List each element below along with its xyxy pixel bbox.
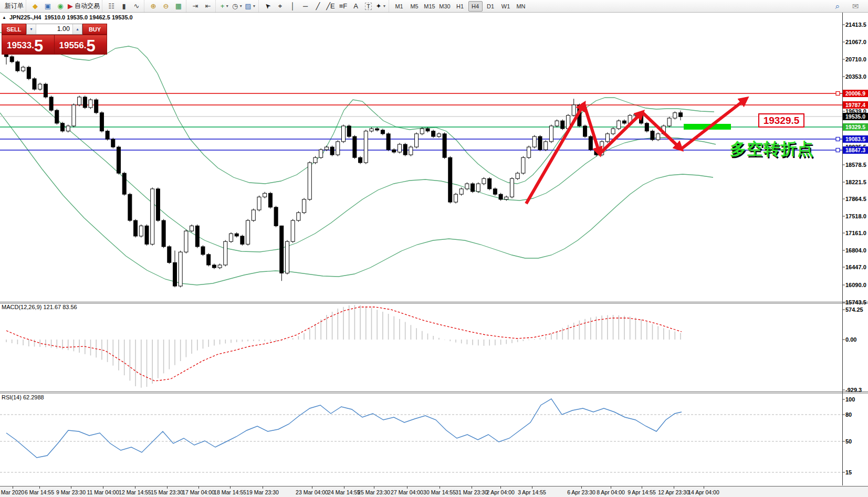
price-tick-label: 21067.0 (845, 39, 866, 45)
signals-icon[interactable]: ◉ (54, 1, 67, 12)
date-tick-mark (230, 487, 231, 489)
date-tick-label: 3 Apr 14:55 (518, 489, 546, 495)
date-tick-mark (167, 487, 168, 489)
timeframe-m1-button[interactable]: M1 (392, 1, 406, 12)
arrows-icon-dropdown[interactable]: ▼ (383, 4, 386, 8)
price-tick-label: 18578.5 (845, 162, 866, 168)
period-clock-icon-dropdown[interactable]: ▼ (239, 4, 243, 8)
date-tick-mark (472, 487, 472, 489)
date-tick-mark (674, 487, 674, 489)
period-clock-icon[interactable]: ◷▼ (231, 1, 244, 12)
text-icon[interactable]: A (350, 1, 362, 12)
timeframe-h4-button[interactable]: H4 (468, 1, 483, 12)
date-tick-label: Mar 2020 (1, 489, 24, 495)
candlestick-icon[interactable]: ▮ (118, 1, 130, 12)
fibonacci-icon[interactable]: ≡F (337, 1, 350, 12)
volume-decrease-button[interactable]: ▾ (27, 24, 36, 34)
date-tick-mark (532, 487, 532, 489)
date-tick-mark (135, 487, 135, 489)
buy-price-main: 19556 (59, 40, 84, 53)
toolbar-right: ⌕✉ (831, 1, 867, 12)
date-tick-label: 30 Mar 14:55 (423, 489, 456, 495)
sell-button[interactable]: SELL (2, 24, 26, 35)
macd-indicator-label: MACD(12,26,9) 121.67 83.56 (2, 304, 77, 310)
volume-increase-button[interactable]: ▴ (72, 24, 82, 34)
chart-canvas[interactable] (0, 13, 842, 485)
chart-template-icon-dropdown[interactable]: ▼ (253, 4, 256, 8)
timeframe-h1-button[interactable]: H1 (453, 1, 467, 12)
macd-tick-label: 0.00 (845, 336, 856, 343)
community-icon[interactable]: ▣ (41, 1, 54, 12)
sell-price-display[interactable]: 19533.5 (2, 35, 55, 55)
auto-scroll-icon[interactable]: ⇥ (189, 1, 202, 12)
date-tick-mark (344, 487, 344, 489)
text-label-icon[interactable]: T (362, 1, 375, 12)
timeframe-mn-button[interactable]: MN (514, 1, 528, 12)
toolbar-group-timeframes: M1M5M15M30H1H4D1W1MN (389, 0, 529, 12)
timeframe-d1-button[interactable]: D1 (484, 1, 498, 12)
search-icon[interactable]: ⌕ (831, 1, 844, 12)
buy-price-display[interactable]: 19556.5 (55, 35, 108, 55)
date-tick-mark (39, 487, 40, 489)
zoom-out-icon[interactable]: ⊖ (160, 1, 172, 12)
toolbar-group-chart-types: ☷▮∿ (102, 0, 143, 12)
toolbar-group-scroll: ⇥⇤ (186, 0, 214, 12)
date-tick-mark (13, 487, 13, 489)
buy-button[interactable]: BUY (82, 24, 107, 35)
vertical-line-icon[interactable]: │ (287, 1, 299, 12)
date-tick-mark (374, 487, 374, 489)
turning-point-text: 多空转折点 (730, 138, 814, 160)
date-tick-label: 2 Apr 04:00 (486, 489, 515, 495)
toolbar-group-services: ◆▣◉▶自动交易 (26, 0, 101, 12)
date-tick-label: 31 Mar 23:30 (455, 489, 488, 495)
zoom-in-icon[interactable]: ⊕ (147, 1, 160, 12)
bar-chart-icon[interactable]: ☷ (105, 1, 118, 12)
symbol-ohlc-values: 19510.0 19535.0 19462.5 19535.0 (44, 14, 132, 20)
macd-tick-label: -929.3 (845, 387, 862, 393)
timeframe-w1-button[interactable]: W1 (499, 1, 513, 12)
indicators-add-icon[interactable]: +▼ (218, 1, 231, 12)
chart-template-icon[interactable]: ▨▼ (244, 1, 257, 12)
chat-icon[interactable]: ✉ (849, 1, 862, 12)
line-chart-icon[interactable]: ∿ (130, 1, 143, 12)
price-level-tag: 20006.9 (843, 90, 868, 97)
horizontal-line-icon[interactable]: ─ (299, 1, 312, 12)
date-tick-label: 24 Mar 14:55 (328, 489, 360, 495)
price-tick-label: 20353.0 (845, 73, 866, 80)
rsi-tick-label: 80 (845, 411, 852, 418)
timeframe-m15-button[interactable]: M15 (423, 1, 437, 12)
timeframe-m5-button[interactable]: M5 (407, 1, 422, 12)
date-tick-mark (704, 487, 704, 489)
date-tick-mark (642, 487, 642, 489)
buy-price-pip: 5 (87, 39, 96, 53)
date-tick-label: 17 Mar 04:00 (182, 489, 215, 495)
cursor-icon[interactable]: ➤ (262, 1, 274, 12)
date-tick-mark (581, 487, 582, 489)
collapse-panel-icon[interactable]: ▲ (2, 15, 6, 20)
crosshair-icon[interactable]: ⌖ (274, 1, 287, 12)
new-order-button[interactable]: 新订单 (2, 1, 25, 12)
channel-icon[interactable]: ╱E (325, 1, 337, 12)
trendline-icon[interactable]: ╱ (312, 1, 325, 12)
date-tick-mark (500, 487, 501, 489)
indicators-add-icon-dropdown[interactable]: ▼ (225, 4, 229, 8)
date-tick-label: 18 Mar 14:55 (214, 489, 246, 495)
date-tick-label: 14 Apr 04:00 (688, 489, 719, 495)
date-tick-label: 12 Apr 23:30 (658, 489, 689, 495)
price-tick-label: 18221.5 (845, 179, 866, 185)
support-level-callout: 19329.5 (758, 113, 804, 128)
chart-shift-icon[interactable]: ⇤ (202, 1, 214, 12)
date-tick-label: 27 Mar 04:00 (391, 489, 423, 495)
volume-input[interactable]: 1.00 (36, 24, 72, 34)
volume-stepper: ▾ 1.00 ▴ (26, 24, 82, 35)
rsi-indicator-label: RSI(14) 62.2988 (2, 394, 44, 400)
price-tick-label: 16447.0 (845, 264, 866, 270)
auto-trading-button[interactable]: ▶自动交易 (67, 1, 101, 12)
date-tick-label: 6 Apr 23:30 (567, 489, 595, 495)
tile-windows-icon[interactable]: ▦ (172, 1, 185, 12)
date-tick-label: 25 Mar 23:30 (358, 489, 390, 495)
gold-icon[interactable]: ◆ (29, 1, 41, 12)
arrows-icon[interactable]: ✦▼ (375, 1, 388, 12)
timeframe-m30-button[interactable]: M30 (438, 1, 452, 12)
toolbar-group-zoom: ⊕⊖▦ (144, 0, 185, 12)
